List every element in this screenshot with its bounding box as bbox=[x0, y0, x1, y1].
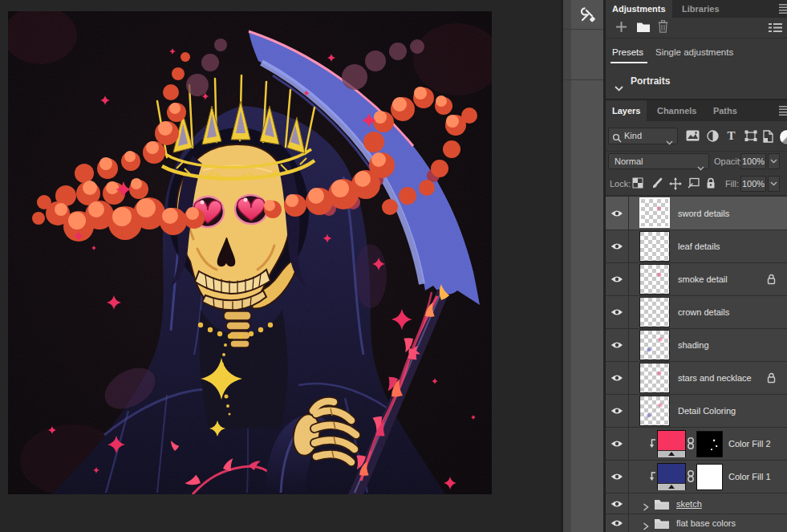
layer-thumbnail[interactable] bbox=[639, 197, 670, 228]
expand-chevron-icon[interactable] bbox=[643, 519, 649, 532]
svg-text:T: T bbox=[727, 129, 735, 141]
tab-adjustments[interactable]: Adjustments bbox=[606, 0, 672, 18]
visibility-toggle[interactable] bbox=[606, 461, 629, 493]
visibility-toggle[interactable] bbox=[606, 395, 629, 427]
blend-mode-value: Normal bbox=[615, 156, 643, 166]
fill-color bbox=[658, 464, 685, 483]
type-icon: T bbox=[726, 129, 736, 141]
filter-pixel-layers-button[interactable] bbox=[686, 130, 700, 144]
folder-icon bbox=[654, 498, 670, 514]
section-label: Portraits bbox=[631, 75, 670, 87]
layer-row-color-fill-1[interactable]: Color Fill 1 bbox=[606, 461, 787, 493]
opacity-dropdown-button[interactable] bbox=[768, 153, 780, 169]
layer-thumbnail[interactable] bbox=[639, 330, 670, 360]
right-panel-column: Adjustments Libraries bbox=[606, 0, 787, 532]
subtab-presets[interactable]: Presets bbox=[612, 47, 643, 57]
fill-color bbox=[658, 431, 685, 450]
visibility-toggle[interactable] bbox=[606, 362, 629, 394]
layers-tab-bar: Layers Channels Paths bbox=[606, 100, 787, 121]
layer-row-group-flat-base-colors[interactable]: flat base colors bbox=[606, 514, 787, 532]
layer-row-crown-details[interactable]: crown details bbox=[606, 296, 787, 329]
layer-row-sword-details[interactable]: sword details bbox=[606, 197, 787, 230]
lock-row: Lock: bbox=[606, 173, 787, 195]
artboard-pin-icon bbox=[688, 177, 700, 189]
add-adjustment-button[interactable] bbox=[615, 21, 627, 36]
filter-kind-dropdown[interactable]: Kind bbox=[608, 128, 678, 144]
filter-shape-layers-button[interactable] bbox=[744, 130, 757, 145]
layer-thumbnail[interactable] bbox=[639, 363, 670, 393]
lock-badge-icon bbox=[767, 372, 776, 387]
link-icon[interactable] bbox=[687, 437, 695, 453]
layer-thumbnail[interactable] bbox=[639, 264, 670, 294]
filter-adjustment-layers-button[interactable] bbox=[707, 130, 719, 145]
fill-layer-swatch[interactable] bbox=[657, 430, 686, 457]
layer-row-detail-coloring[interactable]: Detail Coloring bbox=[606, 395, 787, 428]
layer-filter-row: Kind T bbox=[606, 121, 787, 152]
visibility-toggle[interactable] bbox=[606, 197, 629, 229]
tab-libraries[interactable]: Libraries bbox=[675, 0, 725, 18]
lock-transparent-pixels-button[interactable] bbox=[632, 177, 643, 192]
visibility-toggle[interactable] bbox=[606, 428, 629, 460]
presets-section-portraits[interactable]: Portraits bbox=[606, 68, 787, 99]
filter-kind-value: Kind bbox=[624, 131, 642, 140]
layer-row-smoke-detail[interactable]: smoke detail bbox=[606, 263, 787, 296]
tab-channels[interactable]: Channels bbox=[651, 100, 704, 121]
eye-icon bbox=[611, 209, 623, 217]
layer-row-group-sketch[interactable]: sketch bbox=[606, 493, 787, 514]
layer-name: smoke detail bbox=[678, 263, 728, 295]
image-icon bbox=[686, 130, 700, 141]
lock-image-pixels-button[interactable] bbox=[651, 177, 663, 193]
document-canvas[interactable] bbox=[8, 11, 492, 494]
lock-all-button[interactable] bbox=[706, 177, 716, 193]
tools-panel-button[interactable] bbox=[574, 2, 601, 27]
layer-name: Color Fill 2 bbox=[728, 428, 771, 460]
visibility-toggle[interactable] bbox=[606, 493, 629, 514]
layer-row-shading[interactable]: shading bbox=[606, 329, 787, 362]
subtab-single-adjustments[interactable]: Single adjustments bbox=[655, 47, 733, 57]
layer-row-leaf-details[interactable]: leaf details bbox=[606, 230, 787, 263]
eye-icon bbox=[611, 519, 623, 527]
paintbrush-icon bbox=[651, 177, 663, 189]
layer-name: leaf details bbox=[678, 230, 720, 262]
visibility-toggle[interactable] bbox=[606, 329, 629, 361]
lock-artboard-nesting-button[interactable] bbox=[688, 177, 700, 192]
filter-type-layers-button[interactable]: T bbox=[726, 129, 736, 144]
folder-icon bbox=[654, 518, 670, 532]
fill-layer-swatch[interactable] bbox=[657, 463, 686, 490]
clipping-mask-arrow-icon bbox=[647, 471, 658, 485]
lock-icon bbox=[706, 177, 716, 189]
folder-icon bbox=[636, 22, 651, 33]
plus-icon bbox=[615, 21, 627, 33]
layer-name: sword details bbox=[678, 197, 729, 229]
layer-row-stars-and-necklace[interactable]: stars and necklace bbox=[606, 362, 787, 395]
delete-button[interactable] bbox=[658, 20, 668, 36]
fill-dropdown-button[interactable] bbox=[768, 176, 780, 192]
adjustments-subtabs: Presets Single adjustments bbox=[606, 39, 787, 68]
adjustments-tab-bar: Adjustments Libraries bbox=[606, 0, 787, 18]
layer-thumbnail[interactable] bbox=[639, 231, 670, 262]
fill-slider-bar bbox=[658, 450, 685, 457]
expand-chevron-icon[interactable] bbox=[643, 500, 649, 514]
visibility-toggle[interactable] bbox=[606, 263, 629, 295]
visibility-toggle[interactable] bbox=[606, 296, 629, 328]
layer-thumbnail[interactable] bbox=[639, 396, 670, 426]
lock-position-button[interactable] bbox=[669, 177, 682, 193]
tab-layers[interactable]: Layers bbox=[606, 100, 647, 121]
layer-thumbnail[interactable] bbox=[639, 297, 670, 327]
tab-paths[interactable]: Paths bbox=[707, 100, 744, 121]
layer-mask-thumbnail[interactable] bbox=[696, 431, 723, 457]
layer-row-color-fill-2[interactable]: Color Fill 2 bbox=[606, 428, 787, 461]
visibility-toggle[interactable] bbox=[606, 514, 629, 532]
opacity-value-field[interactable]: 100% bbox=[740, 153, 766, 169]
filter-smart-objects-button[interactable] bbox=[763, 130, 773, 146]
adjustments-panel-menu-icon[interactable] bbox=[779, 3, 787, 18]
list-view-button[interactable] bbox=[769, 22, 782, 36]
filter-toggle-switch[interactable] bbox=[779, 129, 787, 145]
link-icon[interactable] bbox=[687, 469, 695, 486]
fill-value-field[interactable]: 100% bbox=[740, 176, 766, 192]
new-group-button[interactable] bbox=[636, 22, 651, 36]
blend-mode-dropdown[interactable]: Normal bbox=[608, 153, 709, 169]
layer-mask-thumbnail[interactable] bbox=[696, 464, 723, 490]
layers-panel-menu-icon[interactable] bbox=[779, 105, 787, 120]
visibility-toggle[interactable] bbox=[606, 230, 629, 262]
